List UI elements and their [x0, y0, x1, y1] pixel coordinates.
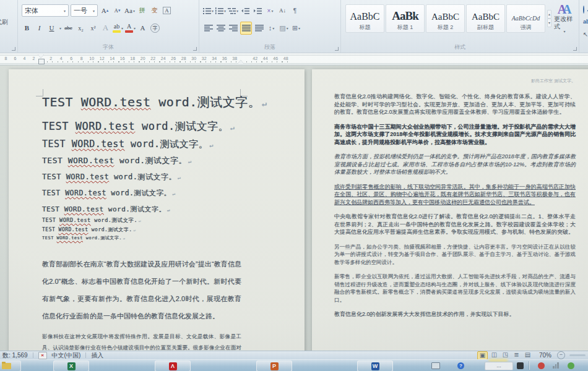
justify-button[interactable]	[240, 22, 252, 35]
shrink-font-button[interactable]: A▾	[112, 5, 123, 17]
replace-button[interactable]: ab 替换	[583, 15, 588, 28]
zoom-slider[interactable]	[569, 354, 586, 356]
view-mode-button[interactable]: ▤	[523, 351, 532, 359]
app-tray-icon[interactable]	[517, 362, 524, 369]
spellcheck-flagged-text: WORD.test	[59, 227, 89, 232]
style-gallery-item[interactable]: AaBbC 标题	[345, 4, 384, 33]
zoom-level[interactable]: 70%	[539, 352, 551, 359]
line-text: word.	[124, 139, 160, 150]
gallery-down-icon[interactable]: ▾	[547, 19, 551, 27]
underline-button[interactable]: U	[46, 22, 57, 34]
highlight-color-button[interactable]: ab▾	[113, 22, 123, 34]
char-scaling-icon[interactable]: 变	[149, 5, 160, 17]
view-mode-button[interactable]: ◳	[501, 351, 510, 359]
bullet-list-button[interactable]: ▾	[203, 5, 214, 17]
superscript-button[interactable]: x²	[88, 22, 98, 34]
page-2-paragraphs: 教育信息化2.0推动构建网络化、数字化、智能化、个性化、终身化的教育体系。建设人…	[334, 93, 576, 318]
style-name: 标题	[360, 23, 371, 32]
paragraph-mark: ↵	[123, 237, 125, 240]
ruler-number: 12	[97, 56, 108, 61]
line-text: word.	[151, 95, 197, 109]
line-spacing-button[interactable]: ↕▾	[266, 22, 277, 34]
shading-button[interactable]: ▨▾	[279, 22, 289, 34]
decrease-indent-button[interactable]	[240, 5, 251, 17]
ruler-number: 36	[220, 56, 230, 61]
multilevel-list-button[interactable]: ▾	[228, 5, 238, 17]
style-preview: AaBbC	[472, 12, 499, 22]
page-2[interactable]: 影尚工作室 测试文字。 教育信息化2.0推动构建网络化、数字化、智能化、个性化、…	[312, 69, 588, 351]
network-signal-icon[interactable]	[553, 362, 559, 369]
horizontal-ruler: 8642 24681012141618202224262830323436384…	[0, 53, 588, 66]
paragraph-mark: ↵	[178, 175, 181, 181]
zoom-out-button[interactable]: −	[557, 351, 565, 359]
style-gallery-item[interactable]: AaBbCcDd 强调	[506, 4, 545, 33]
monitor-tray-icon[interactable]	[431, 362, 440, 369]
select-button[interactable]: ↖ 选择	[583, 28, 588, 40]
view-mode-button[interactable]: ◫	[490, 351, 499, 359]
borders-button[interactable]: ⊞▾	[291, 22, 301, 34]
clipboard-dialog-launcher-icon[interactable]	[12, 47, 15, 51]
align-left-button[interactable]	[203, 22, 214, 34]
font-dialog-launcher-icon[interactable]	[193, 47, 197, 51]
grow-font-button[interactable]: A▴	[100, 5, 110, 17]
sort-button[interactable]: A↓	[277, 5, 288, 17]
word-count[interactable]: 数: 1,569	[2, 351, 28, 360]
hanging-indent-marker[interactable]	[38, 59, 45, 64]
bold-button[interactable]: B	[22, 22, 32, 34]
paragraph-group-label: 段落	[199, 43, 340, 51]
gallery-up-icon[interactable]: ▴	[547, 10, 551, 19]
character-shading-button[interactable]: A	[137, 22, 148, 34]
font-family-combo[interactable]: 宋体 ▾	[22, 4, 69, 17]
strikethrough-button[interactable]: abc	[63, 22, 74, 34]
input-method-bar[interactable]: ...	[485, 362, 513, 370]
first-line-indent-marker[interactable]	[38, 54, 44, 58]
subscript-button[interactable]: x₂	[76, 22, 86, 34]
right-indent-marker[interactable]	[238, 60, 244, 64]
taskbar-folder-button[interactable]	[0, 360, 21, 371]
align-right-button[interactable]	[228, 22, 238, 34]
enclose-characters-button[interactable]: 字	[150, 22, 160, 34]
view-mode-button[interactable]: ▣	[477, 351, 488, 360]
line-text: word.	[109, 173, 137, 181]
insert-mode-status[interactable]: 插入	[91, 351, 103, 360]
numbered-list-button[interactable]: ▾	[215, 5, 226, 17]
style-gallery-item[interactable]: AaBbC 标题 2	[426, 4, 465, 33]
help-tray-icon[interactable]: ?	[457, 362, 464, 369]
chevron-down-icon[interactable]: ▾	[59, 26, 61, 30]
change-styles-button[interactable]: AA 更改样式 ▾	[554, 3, 575, 34]
clipboard-group: 式刷	[0, 0, 18, 53]
style-gallery-item[interactable]: AaBk 标题 1	[386, 4, 425, 33]
show-paragraph-marks-button[interactable]: ¶	[290, 5, 300, 17]
security-tray-icon[interactable]	[538, 362, 545, 369]
style-gallery-item[interactable]: AaBbC 副标题	[466, 4, 505, 33]
paragraph-dialog-launcher-icon[interactable]	[335, 47, 339, 51]
distribute-button[interactable]	[254, 22, 264, 34]
increase-indent-button[interactable]	[253, 5, 263, 17]
character-border-button[interactable]: A	[162, 5, 172, 17]
document-line: TEST WORD.test word.测试文字。↵	[42, 172, 241, 183]
font-color-button[interactable]: A▾	[125, 22, 136, 34]
view-mode-button[interactable]: ≣	[512, 351, 521, 359]
font-size-combo[interactable]: 一号 ▾	[71, 4, 98, 17]
language-status[interactable]: 中文(中国)	[52, 351, 81, 360]
find-button[interactable]: 查找	[583, 3, 588, 15]
align-center-button[interactable]	[215, 22, 226, 34]
asian-layout-button[interactable]: ×▾	[265, 5, 275, 17]
italic-button[interactable]: I	[34, 22, 45, 34]
ruler-number: 4	[20, 56, 29, 61]
taskbar-app-button[interactable]: X	[53, 360, 89, 371]
taskbar-app-button[interactable]: W	[357, 360, 393, 371]
change-case-button[interactable]: Aa▾	[124, 5, 135, 17]
text-effects-button[interactable]: A	[100, 22, 111, 34]
divider	[33, 352, 33, 358]
status-tray-icon[interactable]	[568, 362, 574, 369]
line-text: TEST	[42, 173, 66, 181]
spellcheck-status-icon[interactable]: ×	[38, 352, 47, 359]
pinyin-guide-icon[interactable]: 拼	[137, 5, 147, 17]
view-buttons: ▣◫◳≣▤	[477, 351, 532, 360]
taskbar-app-button[interactable]: P	[256, 360, 292, 371]
taskbar-app-button[interactable]: Λ	[155, 360, 191, 371]
page-1[interactable]: TEST WORD.test word.测试文字。↵ TEST WORD.tes…	[9, 69, 305, 351]
styles-dialog-launcher-icon[interactable]	[573, 47, 577, 51]
format-painter-partial[interactable]: 式刷	[0, 18, 16, 27]
